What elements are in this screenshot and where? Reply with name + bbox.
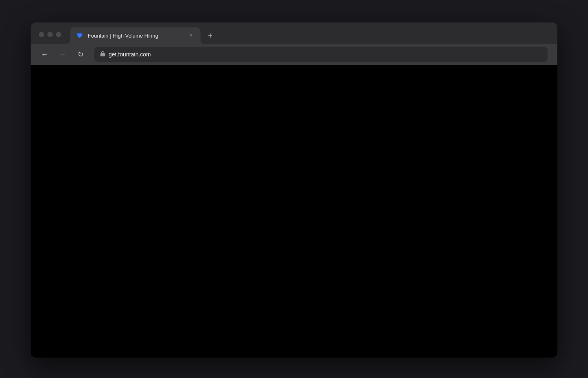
back-button[interactable]: ← — [37, 47, 52, 62]
title-bar: Fountain | High Volume Hiring × + — [31, 22, 557, 44]
address-bar[interactable]: get.fountain.com — [94, 47, 548, 62]
url-display: get.fountain.com — [109, 51, 151, 58]
nav-bar: ← → ↻ get.fountain.com — [31, 44, 557, 65]
lock-icon — [100, 51, 105, 58]
active-tab[interactable]: Fountain | High Volume Hiring × — [70, 27, 200, 44]
tab-title: Fountain | High Volume Hiring — [88, 33, 183, 39]
forward-button[interactable]: → — [55, 47, 70, 62]
tab-close-button[interactable]: × — [187, 32, 195, 39]
reload-button[interactable]: ↻ — [73, 47, 88, 62]
favicon — [76, 31, 84, 40]
svg-rect-0 — [100, 53, 105, 56]
new-tab-button[interactable]: + — [204, 29, 217, 42]
traffic-light-minimize[interactable] — [47, 32, 53, 37]
traffic-lights — [39, 32, 61, 37]
browser-window: Fountain | High Volume Hiring × + ← → ↻ … — [31, 22, 557, 358]
traffic-light-maximize[interactable] — [56, 32, 61, 37]
fountain-logo-icon — [76, 31, 84, 40]
tab-strip: Fountain | High Volume Hiring × + — [70, 27, 551, 44]
page-content — [31, 65, 557, 358]
traffic-light-close[interactable] — [39, 32, 44, 37]
